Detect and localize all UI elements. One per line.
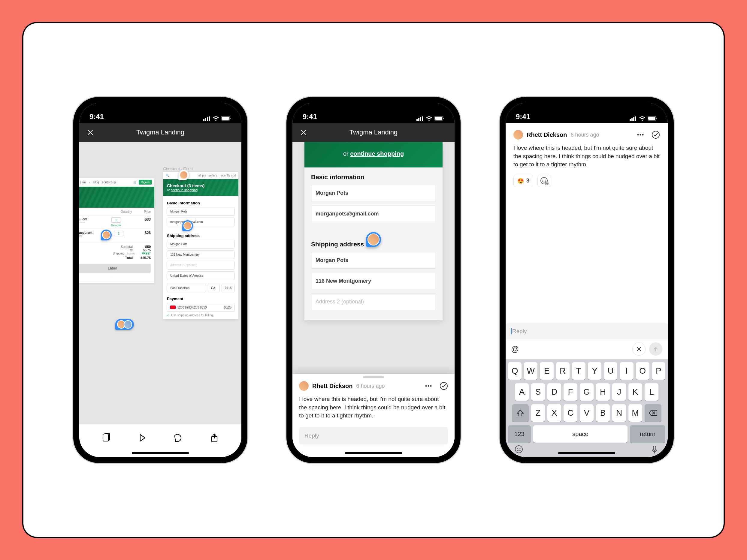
showcase-canvas: 9:41 Twigma Landing plant care ▾ xyxy=(22,22,725,538)
tab[interactable]: all pla xyxy=(198,174,206,177)
field-ship-addr[interactable]: 116 New Montgomery xyxy=(167,250,235,259)
reaction-chip[interactable]: 😍 3 xyxy=(513,175,533,187)
key-u[interactable]: U xyxy=(604,362,617,380)
field-name[interactable]: Morgan Pots xyxy=(311,185,436,202)
field-email[interactable]: morganpots@gmail.com xyxy=(167,218,235,226)
field-addr2[interactable]: Address 2 (optional) xyxy=(167,261,235,269)
key-g[interactable]: G xyxy=(580,383,594,401)
field-ship-name[interactable]: Morgan Pots xyxy=(167,240,235,248)
reaction-emoji: 😍 xyxy=(517,178,524,184)
add-reaction-button[interactable] xyxy=(537,175,551,187)
comment-button[interactable] xyxy=(172,431,185,444)
resolve-button[interactable] xyxy=(651,131,660,139)
key-h[interactable]: H xyxy=(596,383,610,401)
close-reply-button[interactable] xyxy=(632,342,645,356)
checkout-frame[interactable]: Checkout - Filled 🔍 all pla sellers rece… xyxy=(163,172,238,319)
nav-item[interactable]: blog xyxy=(93,181,99,184)
checkout-frame-zoomed[interactable]: or continue shopping Basic information M… xyxy=(305,142,442,320)
space-key[interactable]: space xyxy=(533,425,627,443)
commenter-name: Rhett Dickson xyxy=(312,383,353,390)
label-button[interactable]: Label xyxy=(79,264,151,273)
key-x[interactable]: X xyxy=(547,404,561,422)
tab[interactable]: sellers xyxy=(209,174,217,177)
key-q[interactable]: Q xyxy=(508,362,521,380)
qty-stepper[interactable]: 2 xyxy=(114,231,123,236)
key-s[interactable]: S xyxy=(531,383,545,401)
qty-stepper[interactable]: 1 xyxy=(111,217,121,223)
nav-item[interactable]: plant care xyxy=(79,181,86,184)
reply-placeholder: Reply xyxy=(511,328,527,334)
key-y[interactable]: Y xyxy=(588,362,601,380)
files-button[interactable] xyxy=(100,431,112,444)
field-addr2[interactable]: Address 2 (optional) xyxy=(311,294,436,310)
billing-checkbox-label[interactable]: Use shipping address for billing xyxy=(171,314,213,317)
resolve-button[interactable] xyxy=(440,382,448,390)
continue-shopping-link[interactable]: continue shopping xyxy=(171,188,198,192)
dictation-button[interactable] xyxy=(650,445,659,453)
key-o[interactable]: O xyxy=(636,362,649,380)
key-e[interactable]: E xyxy=(540,362,553,380)
field-name[interactable]: Morgan Pots xyxy=(167,207,235,216)
remove-link[interactable]: Remove xyxy=(111,224,121,227)
home-indicator[interactable] xyxy=(132,452,189,454)
drag-handle[interactable] xyxy=(363,376,384,378)
key-k[interactable]: K xyxy=(628,383,642,401)
field-ship-name[interactable]: Morgan Pots xyxy=(311,252,436,269)
key-i[interactable]: I xyxy=(620,362,633,380)
key-r[interactable]: R xyxy=(556,362,570,380)
design-canvas[interactable]: plant care ▾ blog contact us 🛒 Sign in xyxy=(79,142,241,424)
key-m[interactable]: M xyxy=(628,404,642,422)
field-email[interactable]: morganpots@gmail.com xyxy=(311,206,436,222)
field-state[interactable]: CA xyxy=(208,284,220,292)
more-button[interactable] xyxy=(424,382,432,390)
comment-pin[interactable] xyxy=(101,230,112,240)
return-key[interactable]: return xyxy=(630,425,665,443)
key-b[interactable]: B xyxy=(596,404,610,422)
reply-input-area[interactable]: Reply xyxy=(506,323,668,340)
numeric-key[interactable]: 123 xyxy=(508,425,531,443)
nav-item[interactable]: contact us xyxy=(102,181,116,184)
play-button[interactable] xyxy=(136,431,149,444)
comment-pin-active[interactable] xyxy=(366,232,381,247)
close-button[interactable] xyxy=(300,129,307,136)
cart-icon[interactable]: 🛒 xyxy=(133,181,137,184)
cart-frame[interactable]: plant care ▾ blog contact us 🛒 Sign in xyxy=(79,178,154,283)
key-w[interactable]: W xyxy=(524,362,537,380)
field-city[interactable]: San Francisco xyxy=(167,284,206,292)
share-button[interactable] xyxy=(208,431,221,444)
tab[interactable]: recently add xyxy=(220,174,236,177)
card-number: 5206 8283 8283 8310 xyxy=(177,306,207,309)
avatar-pin[interactable] xyxy=(178,169,189,180)
design-canvas[interactable]: or continue shopping Basic information M… xyxy=(292,142,455,457)
delete-key[interactable] xyxy=(645,404,662,422)
key-l[interactable]: L xyxy=(645,383,659,401)
key-p[interactable]: P xyxy=(652,362,665,380)
key-f[interactable]: F xyxy=(564,383,577,401)
home-indicator[interactable] xyxy=(345,452,402,454)
key-j[interactable]: J xyxy=(612,383,626,401)
key-c[interactable]: C xyxy=(564,404,577,422)
field-country[interactable]: United States of America xyxy=(167,271,235,280)
field-zip[interactable]: 9415 xyxy=(222,284,235,292)
continue-shopping-link[interactable]: continue shopping xyxy=(350,150,404,157)
emoji-keyboard-button[interactable] xyxy=(515,445,523,453)
key-a[interactable]: A xyxy=(515,383,529,401)
key-d[interactable]: D xyxy=(547,383,561,401)
shift-key[interactable] xyxy=(512,404,529,422)
reply-input[interactable]: Reply xyxy=(299,427,448,445)
multi-user-pin[interactable] xyxy=(115,319,134,330)
close-button[interactable] xyxy=(86,129,94,136)
key-v[interactable]: V xyxy=(580,404,594,422)
sign-in-button[interactable]: Sign in xyxy=(139,180,152,185)
mention-button[interactable]: @ xyxy=(511,345,519,354)
home-indicator[interactable] xyxy=(558,452,615,454)
search-icon[interactable]: 🔍 xyxy=(166,174,169,177)
send-button[interactable] xyxy=(649,342,662,356)
key-z[interactable]: Z xyxy=(531,404,545,422)
more-button[interactable] xyxy=(637,131,644,139)
shipping-label: Shipping xyxy=(113,252,125,255)
comment-pin[interactable] xyxy=(182,220,193,231)
key-n[interactable]: N xyxy=(612,404,626,422)
field-ship-addr[interactable]: 116 New Montgomery xyxy=(311,273,436,289)
key-t[interactable]: T xyxy=(572,362,586,380)
